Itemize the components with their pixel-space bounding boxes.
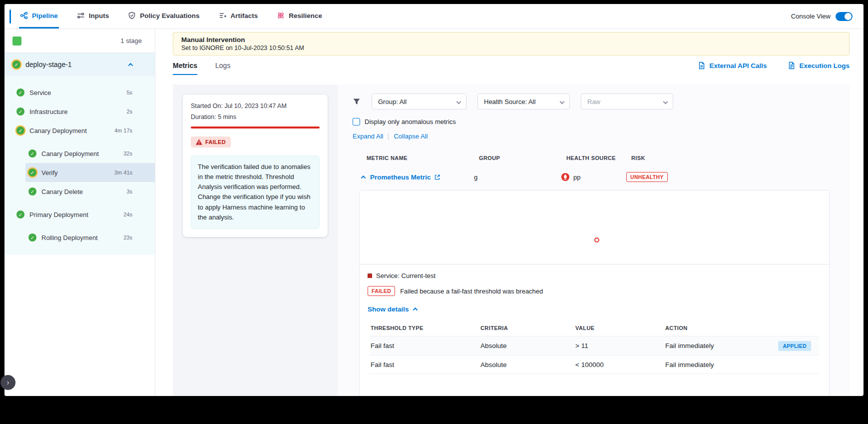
threshold-criteria: Absolute	[480, 342, 575, 350]
sidebar-step-service[interactable]: ✓ Service 5s	[4, 83, 155, 102]
sidebar-step-canary-deployment-child[interactable]: ✓ Canary Deployment 32s	[25, 144, 155, 163]
chevron-right-icon: ›	[6, 378, 9, 387]
app-window: Pipeline Inputs Policy Evaluations Artif…	[4, 4, 864, 396]
column-header-action: ACTION	[665, 325, 819, 331]
success-check-icon: ✓	[28, 150, 36, 158]
column-header-metric-name: METRIC NAME	[367, 155, 479, 161]
sidebar-step-primary-deployment[interactable]: ✓ Primary Deployment 24s	[4, 205, 155, 224]
filters-row: Group: All Health Source: All Raw	[353, 94, 835, 110]
expand-console-button[interactable]: ›	[0, 375, 15, 390]
step-duration: 2s	[126, 108, 132, 114]
link-label: Execution Logs	[799, 62, 850, 70]
threshold-type: Fail fast	[371, 361, 480, 368]
link-label: External API Calls	[709, 62, 767, 70]
expand-all-link[interactable]: Expand All	[353, 132, 383, 140]
step-duration: 5s	[126, 90, 132, 96]
success-check-icon: ✓	[28, 188, 36, 196]
metric-detail-card: Service: Current-test FAILED Failed beca…	[359, 190, 830, 396]
main-content: Manual Intervention Set to IGNORE on 10-…	[155, 29, 864, 396]
header-links: External API Calls Execution Logs	[698, 62, 850, 70]
tab-metrics[interactable]: Metrics	[173, 62, 197, 75]
legend-swatch	[368, 274, 372, 278]
console-view-label: Console View	[791, 12, 831, 20]
step-label: Rolling Deployment	[41, 234, 98, 242]
step-duration: 23s	[123, 234, 132, 240]
verification-summary-panel: Started On: Jul 10, 2023 10:47 AM Durati…	[173, 84, 338, 396]
step-duration: 3m 41s	[114, 170, 132, 176]
tab-logs[interactable]: Logs	[215, 62, 230, 75]
execution-sidebar: 1 stage ✓ deploy-stage-1 ✓ Service 5s ✓	[4, 29, 155, 396]
anomalous-checkbox[interactable]	[353, 118, 360, 126]
manual-intervention-banner: Manual Intervention Set to IGNORE on 10-…	[173, 32, 850, 56]
sidebar-stage-deploy-stage-1[interactable]: ✓ deploy-stage-1	[4, 53, 155, 76]
threshold-value: < 100000	[575, 361, 665, 368]
threshold-action: Fail immediately	[665, 342, 778, 350]
column-header-threshold-type: THRESHOLD TYPE	[371, 325, 480, 331]
stage-count: 1 stage	[120, 37, 142, 44]
thresholds-table: THRESHOLD TYPE CRITERIA VALUE ACTION Fai…	[370, 322, 819, 374]
collapse-row-icon[interactable]	[361, 175, 366, 180]
stage-status-icon	[12, 36, 21, 46]
step-label: Canary Deployment	[41, 150, 99, 158]
stage-success-warn-icon: ✓	[12, 60, 20, 68]
inputs-icon	[77, 12, 85, 20]
api-file-icon	[698, 62, 706, 70]
success-check-icon: ✓	[16, 108, 24, 116]
stage-name: deploy-stage-1	[25, 60, 72, 68]
column-header-criteria: CRITERIA	[480, 325, 575, 331]
health-source-value: pp	[573, 174, 580, 181]
tab-artifacts[interactable]: Artifacts	[218, 4, 259, 28]
stage-group: ✓ deploy-stage-1 ✓ Service 5s ✓ Infrastr…	[4, 53, 155, 255]
failure-reason-text: Failed because a fail-fast threshold was…	[400, 288, 543, 295]
prometheus-icon	[561, 173, 569, 181]
tab-resilience[interactable]: Resilience	[276, 4, 323, 28]
tab-pipeline[interactable]: Pipeline	[19, 4, 59, 28]
nav-accent-bar	[9, 10, 11, 24]
thresholds-header: THRESHOLD TYPE CRITERIA VALUE ACTION	[370, 322, 819, 336]
sidebar-step-canary-deployment[interactable]: ✓ Canary Deployment 4m 17s	[4, 121, 155, 140]
health-source-cell: pp	[561, 173, 626, 181]
step-duration: 24s	[123, 212, 132, 218]
external-link-icon	[434, 174, 440, 180]
sidebar-step-rolling-deployment[interactable]: ✓ Rolling Deployment 23s	[25, 228, 155, 247]
collapse-all-link[interactable]: Collapse All	[394, 132, 428, 140]
show-details-link[interactable]: Show details	[360, 296, 829, 313]
health-source-filter-select[interactable]: Health Source: All	[477, 94, 570, 110]
pipeline-icon	[20, 12, 28, 20]
started-on-text: Started On: Jul 10, 2023 10:47 AM	[191, 102, 320, 110]
execution-logs-link[interactable]: Execution Logs	[788, 62, 850, 70]
threshold-type: Fail fast	[371, 342, 480, 350]
banner-subtitle: Set to IGNORE on 10-Jul-2023 10:50:51 AM	[181, 44, 841, 52]
collapse-stage-icon[interactable]	[128, 62, 133, 68]
console-view-toggle[interactable]	[836, 12, 853, 21]
raw-filter-select[interactable]: Raw	[581, 94, 673, 110]
sidebar-step-canary-delete[interactable]: ✓ Canary Delete 3s	[25, 182, 155, 201]
success-check-icon: ✓	[28, 234, 36, 242]
chevron-up-icon	[413, 308, 418, 312]
column-header-group: GROUP	[479, 155, 566, 161]
shield-check-icon	[128, 12, 136, 20]
log-file-icon	[788, 62, 796, 70]
warning-triangle-icon	[196, 139, 202, 145]
tab-label: Resilience	[289, 12, 322, 20]
console-view-control: Console View	[791, 12, 853, 21]
sidebar-step-verify[interactable]: ✓ Verify 3m 41s	[25, 163, 155, 182]
group-filter-value: Group: All	[378, 98, 407, 106]
filter-icon[interactable]	[353, 98, 361, 106]
banner-title: Manual Intervention	[181, 36, 841, 44]
chevron-down-icon	[663, 99, 668, 104]
step-label: Canary Delete	[41, 188, 83, 196]
failure-reason-row: FAILED Failed because a fail-fast thresh…	[360, 280, 829, 296]
tab-inputs[interactable]: Inputs	[76, 4, 110, 28]
sidebar-step-infrastructure[interactable]: ✓ Infrastructure 2s	[4, 102, 155, 121]
raw-filter-placeholder: Raw	[587, 98, 600, 106]
tab-label: Pipeline	[32, 12, 58, 20]
tab-policy-evaluations[interactable]: Policy Evaluations	[127, 4, 200, 28]
stage-header: 1 stage	[4, 29, 155, 53]
metric-name-label: Prometheus Metric	[370, 174, 431, 181]
metric-name-link[interactable]: Prometheus Metric	[370, 174, 440, 181]
threshold-criteria: Absolute	[480, 361, 575, 368]
group-filter-select[interactable]: Group: All	[372, 94, 466, 110]
external-api-calls-link[interactable]: External API Calls	[698, 62, 767, 70]
show-details-label: Show details	[368, 306, 409, 313]
